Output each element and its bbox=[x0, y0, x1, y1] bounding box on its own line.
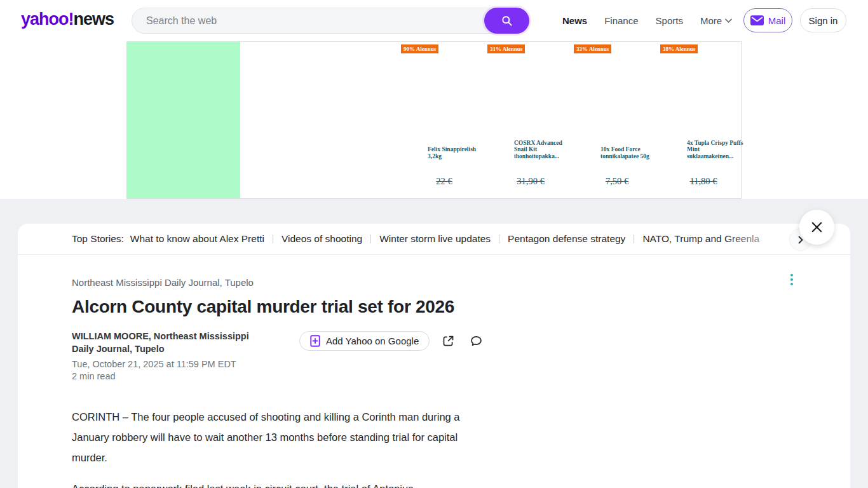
search-bar bbox=[132, 8, 529, 34]
product-name: 10x Food Force tonnikalapatee 50g bbox=[600, 146, 659, 159]
read-time: 2 min read bbox=[72, 371, 270, 381]
byline-row: WILLIAM MOORE, Northeast Mississippi Dai… bbox=[72, 330, 501, 381]
article-date: Tue, October 21, 2025 at 11:59 PM EDT bbox=[72, 359, 270, 369]
top-story-link-2[interactable]: Videos of shooting bbox=[281, 233, 362, 245]
discount-badge: 38% Alennus bbox=[660, 44, 698, 53]
sign-in-label: Sign in bbox=[809, 15, 838, 26]
mail-button[interactable]: Mail bbox=[743, 8, 792, 32]
comments-button[interactable] bbox=[466, 332, 485, 351]
divider bbox=[273, 234, 273, 243]
ad-product-4[interactable]: 38% Alennus 4x Tupla Crispy Puffs Mint s… bbox=[660, 42, 747, 198]
content-card: Top Stories: What to know about Alex Pre… bbox=[18, 224, 850, 488]
nav-item-more[interactable]: More bbox=[700, 15, 732, 26]
add-yahoo-label: Add Yahoo on Google bbox=[326, 336, 419, 346]
product-price: 7,50 € bbox=[574, 176, 660, 187]
top-story-link-5[interactable]: NATO, Trump and Greenla bbox=[642, 233, 759, 245]
top-story-link-4[interactable]: Pentagon defense strategy bbox=[508, 233, 625, 245]
nav-more-label: More bbox=[700, 15, 722, 26]
top-story-link-3[interactable]: Winter storm live updates bbox=[379, 233, 491, 245]
ad-product-3[interactable]: 33% Alennus 10x Food Force tonnikalapate… bbox=[574, 42, 660, 198]
yahoo-news-logo[interactable]: yahoo!news bbox=[21, 10, 114, 29]
ad-product-2[interactable]: 31% Alennus COSRX Advanced Snail Kit iho… bbox=[487, 42, 574, 198]
sign-in-button[interactable]: Sign in bbox=[800, 8, 846, 32]
divider bbox=[370, 234, 371, 243]
product-name: COSRX Advanced Snail Kit ihonhoitopakka.… bbox=[514, 140, 573, 160]
nav-finance-label: Finance bbox=[604, 15, 638, 26]
nav-item-news[interactable]: News bbox=[562, 15, 587, 26]
mail-label: Mail bbox=[768, 15, 786, 26]
close-icon bbox=[810, 220, 824, 234]
search-button[interactable] bbox=[484, 8, 529, 34]
article: Northeast Mississippi Daily Journal, Tup… bbox=[18, 255, 501, 488]
discount-badge: 33% Alennus bbox=[574, 44, 611, 53]
bookmark-plus-icon bbox=[310, 335, 320, 347]
paragraph: CORINTH – The four people accused of sho… bbox=[72, 407, 477, 468]
share-icon bbox=[442, 334, 455, 348]
paragraph: According to paperwork filed last week i… bbox=[72, 478, 477, 488]
top-stories-bar: Top Stories: What to know about Alex Pre… bbox=[18, 224, 850, 255]
top-nav: News Finance Sports More bbox=[562, 0, 732, 41]
product-name: Felix Sinappirelish 3,2kg bbox=[428, 146, 486, 159]
article-author: WILLIAM MOORE, Northeast Mississippi Dai… bbox=[72, 330, 270, 355]
nav-news-label: News bbox=[562, 15, 587, 26]
product-name: 4x Tupla Crispy Puffs Mint suklaamakeine… bbox=[687, 140, 745, 160]
add-yahoo-button[interactable]: Add Yahoo on Google bbox=[299, 331, 430, 351]
chevron-down-icon bbox=[725, 18, 732, 24]
share-button[interactable] bbox=[438, 332, 458, 351]
mail-icon bbox=[750, 15, 764, 25]
article-title: Alcorn County capital murder trial set f… bbox=[72, 297, 501, 317]
comment-bubble-icon bbox=[470, 334, 483, 348]
ad-green-panel bbox=[127, 42, 240, 198]
nav-item-finance[interactable]: Finance bbox=[604, 15, 638, 26]
ad-banner[interactable]: 90% Alennus Felix Sinappirelish 3,2kg 22… bbox=[126, 41, 742, 199]
logo-yahoo-text: yahoo! bbox=[21, 10, 74, 29]
ad-product-1[interactable]: 90% Alennus Felix Sinappirelish 3,2kg 22… bbox=[401, 42, 487, 198]
search-input[interactable] bbox=[132, 8, 529, 34]
discount-badge: 31% Alennus bbox=[487, 44, 525, 53]
top-story-link-1[interactable]: What to know about Alex Pretti bbox=[130, 233, 264, 245]
close-button[interactable] bbox=[799, 210, 834, 245]
search-icon bbox=[501, 15, 513, 27]
product-price: 11,80 € bbox=[660, 176, 747, 187]
article-options-menu[interactable] bbox=[789, 273, 794, 287]
product-price: 31,90 € bbox=[487, 176, 574, 187]
product-price: 22 € bbox=[401, 176, 487, 187]
logo-news-text: news bbox=[74, 10, 114, 29]
article-body: CORINTH – The four people accused of sho… bbox=[72, 407, 501, 488]
article-source[interactable]: Northeast Mississippi Daily Journal, Tup… bbox=[72, 277, 501, 288]
article-actions: Add Yahoo on Google bbox=[299, 331, 485, 351]
nav-sports-label: Sports bbox=[656, 15, 683, 26]
divider bbox=[499, 234, 499, 243]
top-white-band: yahoo!news News Finance Sports More Mail… bbox=[0, 0, 868, 199]
nav-item-sports[interactable]: Sports bbox=[656, 15, 683, 26]
divider bbox=[634, 234, 634, 243]
ad-products: 90% Alennus Felix Sinappirelish 3,2kg 22… bbox=[401, 42, 747, 198]
top-stories-label: Top Stories: bbox=[72, 233, 124, 245]
discount-badge: 90% Alennus bbox=[401, 44, 438, 53]
